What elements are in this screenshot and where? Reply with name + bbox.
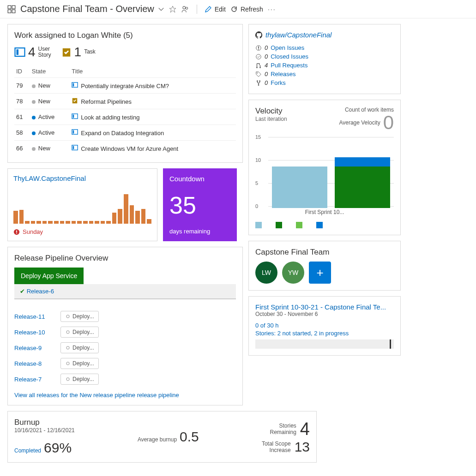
circle-icon — [66, 314, 70, 319]
sprint-link[interactable]: First Sprint 10-30-21 - Capstone Final T… — [255, 303, 394, 311]
star-icon[interactable] — [169, 6, 176, 13]
legend-swatch — [296, 222, 302, 228]
deploy-stage-pill[interactable]: Deploy... — [60, 327, 99, 338]
team-icon[interactable] — [181, 5, 189, 13]
build-link[interactable]: ThyLAW.CapstoneFinal — [13, 174, 151, 182]
avatar[interactable]: YW — [282, 262, 304, 284]
github-icon — [255, 31, 263, 39]
work-item-type-icon — [72, 114, 78, 121]
team-members-widget: Capstone Final Team LWYW+ — [248, 241, 401, 291]
widget-title: Work assigned to Logan White (5) — [14, 31, 236, 40]
toolbar: Capstone Final Team - Overview Edit Refr… — [0, 0, 476, 18]
svg-point-30 — [256, 67, 258, 68]
edit-button[interactable]: Edit — [205, 6, 226, 13]
legend-swatch — [255, 222, 262, 228]
work-item-row[interactable]: 78NewReformat Pipelines — [14, 94, 236, 109]
deploy-stage-pill[interactable]: Deploy... — [60, 358, 99, 369]
circle-icon — [66, 361, 70, 366]
chevron-down-icon — [158, 6, 164, 12]
svg-rect-20 — [16, 232, 17, 233]
deploy-stage-pill[interactable]: Deploy... — [60, 374, 99, 385]
dashboard-icon — [7, 5, 16, 13]
svg-point-21 — [66, 315, 69, 318]
svg-rect-1 — [12, 6, 15, 9]
user-story-icon — [14, 47, 25, 58]
circle-icon — [66, 377, 70, 381]
work-item-type-icon — [72, 145, 78, 152]
release-row[interactable]: Release-9Deploy... — [14, 340, 236, 356]
add-member-button[interactable]: + — [309, 262, 331, 284]
avatar[interactable]: LW — [255, 262, 277, 284]
svg-rect-10 — [73, 83, 74, 87]
release-row[interactable]: Release-11Deploy... — [14, 309, 236, 324]
work-item-type-icon — [72, 98, 78, 105]
work-item-row[interactable]: 58ActiveExpand on Datadog Integration — [14, 125, 236, 141]
fork-icon — [255, 80, 262, 86]
github-widget: thylaw/CapstoneFinal 0 Open Issues0 Clos… — [248, 24, 401, 94]
release-row[interactable]: Release-8Deploy... — [14, 356, 236, 371]
work-item-row[interactable]: 61ActiveLook at adding testing — [14, 109, 236, 125]
sprint-widget: First Sprint 10-30-21 - Capstone Final T… — [248, 296, 401, 356]
release-link: Release-9 — [14, 345, 51, 351]
deploy-stage[interactable]: Deploy App Service — [14, 268, 84, 284]
velocity-chart: First Sprint 10... 051015 — [255, 137, 394, 220]
work-item-row[interactable]: 79NewPotentially integrate Ansible CM? — [14, 78, 236, 94]
release-link: Release-7 — [14, 376, 51, 383]
page-title[interactable]: Capstone Final Team - Overview — [20, 4, 164, 14]
svg-rect-7 — [17, 49, 19, 55]
svg-point-22 — [66, 331, 69, 333]
svg-point-4 — [183, 6, 186, 9]
work-item-type-icon — [72, 130, 78, 137]
svg-rect-28 — [258, 48, 259, 49]
release-pipeline-widget: Release Pipeline Overview Deploy App Ser… — [7, 247, 243, 405]
legend-swatch — [316, 222, 323, 228]
github-stat[interactable]: 0 Closed Issues — [255, 52, 394, 61]
deploy-stage-pill[interactable]: Deploy... — [60, 311, 99, 322]
svg-point-24 — [66, 362, 69, 365]
more-button[interactable]: ··· — [268, 6, 276, 13]
burnup-widget: Burnup 10/16/2021 - 12/16/2021 Completed… — [7, 411, 317, 463]
countdown-widget: Countdown 35 days remaining — [163, 168, 237, 241]
circle-icon — [66, 345, 70, 350]
github-stat[interactable]: 0 Releases — [255, 70, 394, 78]
svg-point-29 — [256, 54, 261, 59]
velocity-widget: Velocity Last iteration Count of work it… — [248, 100, 401, 235]
view-all-releases-link[interactable]: View all releases for the New release pi… — [14, 392, 236, 399]
refresh-icon — [230, 6, 238, 13]
github-stat[interactable]: 0 Forks — [255, 78, 394, 87]
github-repo-link[interactable]: thylaw/CapstoneFinal — [255, 31, 394, 39]
refresh-button[interactable]: Refresh — [230, 6, 263, 13]
release-row[interactable]: Release-7Deploy... — [14, 371, 236, 387]
circle-icon — [66, 330, 70, 334]
current-release[interactable]: ✔ Release-6 — [14, 284, 236, 299]
warning-icon — [13, 229, 20, 235]
svg-point-31 — [259, 67, 261, 68]
svg-point-35 — [258, 84, 259, 86]
release-row[interactable]: Release-10Deploy... — [14, 324, 236, 340]
work-items-table: ID State Title 79NewPotentially integrat… — [14, 65, 236, 156]
github-stat[interactable]: 0 Open Issues — [255, 43, 394, 52]
work-item-type-icon — [72, 83, 78, 89]
task-icon — [61, 47, 72, 57]
tag-icon — [255, 71, 262, 77]
svg-rect-2 — [8, 10, 11, 13]
deploy-stage-pill[interactable]: Deploy... — [60, 342, 99, 353]
work-assigned-widget: Work assigned to Logan White (5) 4 User … — [7, 24, 243, 163]
github-stat[interactable]: 4 Pull Requests — [255, 61, 394, 70]
svg-point-5 — [186, 7, 188, 9]
svg-rect-0 — [8, 6, 11, 9]
status-text: Sunday — [13, 228, 151, 235]
svg-point-34 — [259, 80, 260, 82]
closed-icon — [255, 54, 262, 60]
pencil-icon — [205, 6, 212, 13]
svg-point-23 — [66, 346, 69, 349]
svg-point-33 — [257, 80, 258, 82]
svg-rect-17 — [73, 146, 74, 149]
work-item-row[interactable]: 66NewCreate Windows VM for Azure Agent — [14, 141, 236, 156]
svg-rect-19 — [16, 230, 17, 232]
svg-rect-3 — [12, 10, 15, 13]
release-link: Release-11 — [14, 313, 51, 320]
pr-icon — [255, 62, 262, 69]
svg-rect-27 — [258, 46, 259, 48]
svg-rect-13 — [73, 115, 74, 118]
